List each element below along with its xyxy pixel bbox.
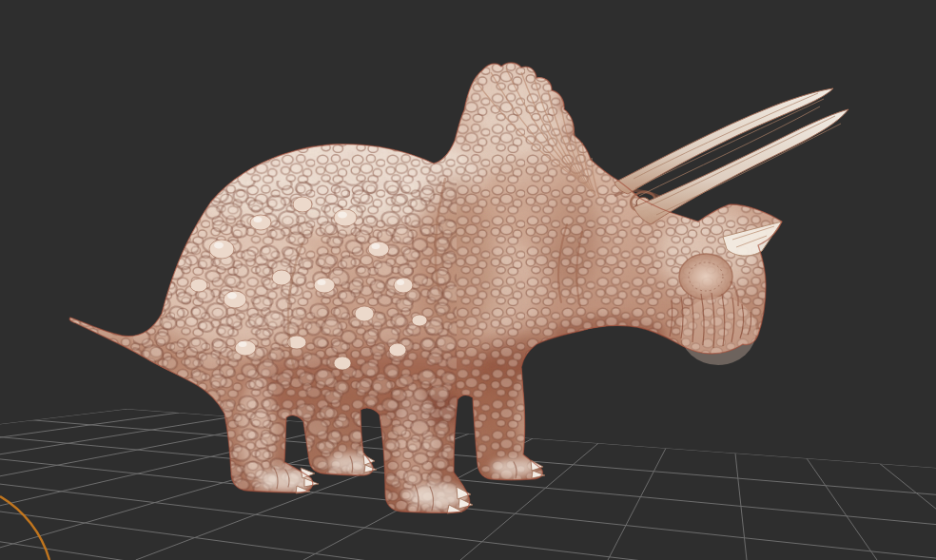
cheek-boss	[679, 254, 732, 299]
3d-viewport[interactable]	[0, 0, 936, 560]
viewport-window	[0, 0, 936, 560]
